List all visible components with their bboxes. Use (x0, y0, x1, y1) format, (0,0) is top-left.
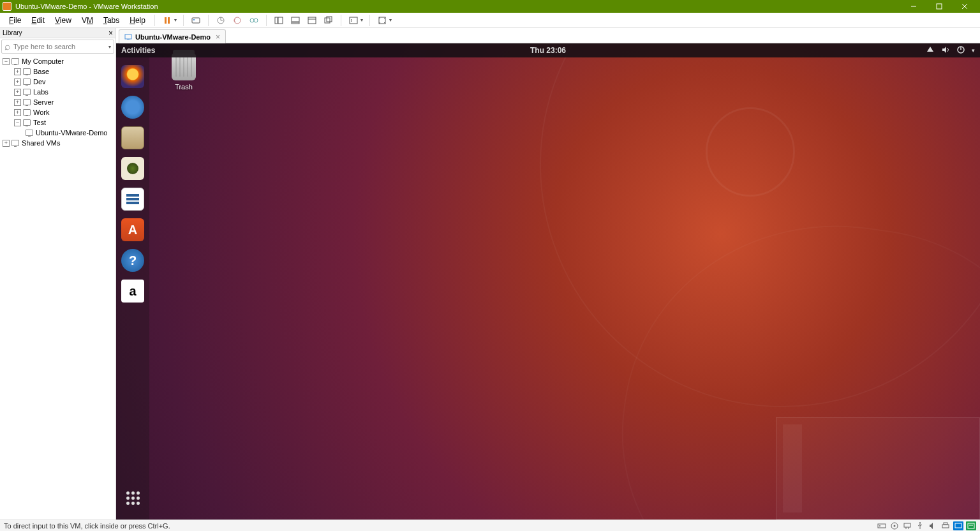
tree-shared-vms[interactable]: + Shared VMs (0, 138, 115, 148)
tree-label: Shared VMs (22, 139, 61, 147)
expand-icon[interactable]: + (14, 89, 21, 96)
help-icon[interactable]: ? (121, 249, 144, 272)
sound-icon[interactable] (928, 521, 938, 530)
svg-rect-13 (278, 17, 283, 24)
close-button[interactable] (952, 0, 977, 13)
thunderbird-icon[interactable] (121, 96, 144, 119)
system-tray[interactable]: ▾ (926, 45, 975, 56)
suspend-button[interactable] (160, 13, 175, 27)
expand-icon[interactable]: + (14, 79, 21, 86)
expand-icon[interactable]: + (14, 68, 21, 75)
tree-folder-base[interactable]: + Base (0, 66, 115, 77)
printer-icon[interactable] (940, 521, 951, 530)
status-hint: To direct input to this VM, click inside… (4, 522, 170, 530)
console-view-button[interactable] (346, 13, 361, 27)
folder-icon (23, 79, 31, 85)
show-applications-button[interactable] (121, 486, 144, 509)
chevron-down-icon[interactable]: ▾ (972, 47, 975, 54)
svg-rect-14 (292, 17, 299, 22)
svg-rect-5 (168, 17, 170, 24)
clock[interactable]: Thu 23:06 (530, 46, 566, 55)
console-dropdown[interactable]: ▾ (360, 17, 366, 23)
fullscreen-dropdown[interactable]: ▾ (389, 17, 394, 23)
amazon-icon[interactable]: a (121, 280, 144, 303)
minimize-button[interactable] (901, 0, 926, 13)
tree-label: Work (33, 108, 49, 116)
svg-rect-4 (165, 17, 167, 24)
menu-tabs[interactable]: Tabs (98, 15, 124, 26)
cdrom-icon[interactable] (889, 521, 900, 530)
snapshot-button[interactable] (213, 13, 228, 27)
rhythmbox-icon[interactable] (121, 157, 144, 180)
activities-button[interactable]: Activities (121, 46, 155, 55)
message-log-icon[interactable] (966, 521, 976, 530)
collapse-icon[interactable]: − (3, 58, 10, 65)
collapse-icon[interactable]: − (14, 119, 21, 126)
svg-rect-35 (944, 523, 947, 525)
harddisk-icon[interactable] (877, 521, 887, 530)
separator (208, 15, 209, 26)
ubuntu-software-icon[interactable]: A (121, 218, 144, 241)
svg-rect-6 (192, 18, 200, 23)
folder-icon (23, 99, 31, 105)
tree-vm-active[interactable]: Ubuntu-VMware-Demo (0, 128, 115, 138)
svg-rect-36 (955, 523, 961, 528)
menu-vm[interactable]: VM (77, 15, 98, 26)
svg-rect-23 (127, 39, 130, 40)
ubuntu-dock: A ? a (116, 57, 149, 520)
shared-icon (11, 140, 19, 146)
firefox-icon[interactable] (121, 65, 144, 88)
tree-folder-dev[interactable]: + Dev (0, 77, 115, 87)
menu-help[interactable]: Help (124, 15, 151, 26)
tree-folder-labs[interactable]: + Labs (0, 87, 115, 97)
show-library-button[interactable] (271, 13, 286, 27)
tab-close-button[interactable]: × (216, 33, 220, 41)
trash-label: Trash (163, 83, 204, 91)
svg-rect-7 (193, 19, 195, 20)
svg-rect-30 (904, 523, 910, 527)
expand-icon[interactable]: + (14, 99, 21, 106)
library-search[interactable]: ⌕ ▾ (1, 40, 114, 54)
maximize-button[interactable] (926, 0, 952, 13)
library-header: Library × (0, 28, 115, 38)
svg-rect-20 (350, 17, 357, 24)
tree-folder-test[interactable]: − Test (0, 117, 115, 128)
search-dropdown[interactable]: ▾ (108, 44, 111, 50)
menu-file[interactable]: File (4, 15, 26, 26)
tree-folder-work[interactable]: + Work (0, 107, 115, 117)
workspace-preview[interactable] (776, 417, 980, 520)
files-icon[interactable] (121, 126, 144, 149)
folder-view-button[interactable] (304, 13, 320, 27)
tree-folder-server[interactable]: + Server (0, 97, 115, 107)
status-bar: To direct input to this VM, click inside… (0, 520, 980, 531)
thumbnail-bar-button[interactable] (288, 13, 303, 27)
revert-snapshot-button[interactable] (230, 13, 245, 27)
library-search-input[interactable] (13, 43, 108, 50)
status-device-tray (877, 521, 976, 530)
svg-point-10 (250, 19, 254, 22)
snapshot-manager-button[interactable] (246, 13, 262, 27)
volume-icon[interactable] (941, 45, 950, 56)
expand-icon[interactable]: + (3, 140, 10, 147)
network-adapter-icon[interactable] (902, 521, 912, 530)
separator (154, 15, 155, 26)
tree-my-computer[interactable]: − My Computer (0, 56, 115, 66)
send-ctrlaltdel-button[interactable] (188, 13, 204, 27)
menu-view[interactable]: View (50, 15, 77, 26)
tabs-button[interactable] (321, 13, 336, 27)
power-icon[interactable] (956, 45, 965, 56)
menu-edit[interactable]: Edit (26, 15, 50, 26)
vm-tab[interactable]: Ubuntu-VMware-Demo × (119, 29, 226, 43)
guest-desktop[interactable]: Activities Thu 23:06 ▾ A ? a (116, 43, 980, 520)
power-dropdown[interactable]: ▾ (174, 17, 179, 23)
library-close-button[interactable]: × (108, 29, 113, 38)
usb-icon[interactable] (915, 521, 925, 530)
desktop-trash[interactable]: Trash (163, 54, 204, 91)
wallpaper-decoration (706, 107, 795, 197)
fullscreen-button[interactable] (375, 13, 390, 27)
display-icon[interactable] (953, 521, 963, 530)
libreoffice-writer-icon[interactable] (121, 188, 144, 211)
vm-tab-icon (124, 33, 132, 41)
network-icon[interactable] (926, 45, 935, 56)
expand-icon[interactable]: + (14, 109, 21, 116)
